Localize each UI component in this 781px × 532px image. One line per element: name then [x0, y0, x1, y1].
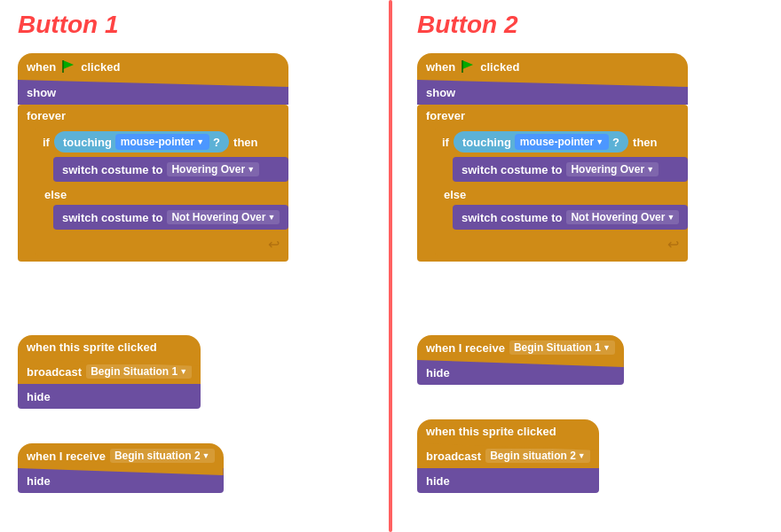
mouse-pointer-dropdown-1[interactable]: mouse-pointer ▼ — [115, 134, 209, 150]
hide-label-3: hide — [426, 366, 450, 379]
if-label-1: if — [43, 136, 50, 149]
begin-situation-1-dropdown-2[interactable]: Begin Situation 1 ▼ — [509, 340, 615, 355]
switch-costume-not-hovering-1: switch costume to Not Hovering Over ▼ — [53, 205, 288, 230]
touching-label-1: touching — [63, 136, 112, 149]
broadcast-label-2: broadcast — [426, 450, 481, 463]
loop-arrow-2: ↩ — [667, 236, 679, 253]
then-label-2: then — [633, 136, 657, 149]
touching-label-2: touching — [462, 136, 511, 149]
clicked-label-2: clicked — [480, 60, 519, 74]
when-sprite-clicked-hat-1: when this sprite clicked — [18, 335, 201, 359]
when-flag-clicked-hat-2: when clicked — [417, 53, 688, 80]
switch-costume-hovering-1: switch costume to Hovering Over ▼ — [53, 157, 288, 182]
button1-title: Button 1 — [18, 11, 119, 38]
else-label-1: else — [36, 184, 288, 205]
switch-costume-hovering-2: switch costume to Hovering Over ▼ — [453, 157, 688, 182]
switch-label-2: switch costume to — [462, 163, 562, 176]
begin-situation-1-dropdown[interactable]: Begin Situation 1 ▼ — [86, 364, 192, 379]
hide-label-4: hide — [426, 474, 450, 488]
forever-label-1: forever — [27, 109, 66, 122]
when-sprite-label-2: when this sprite clicked — [426, 425, 556, 438]
when-receive-hat-2: when I receive Begin Situation 1 ▼ — [417, 335, 624, 360]
switch-label-not-1: switch costume to — [62, 211, 162, 224]
if-block-1: if touching mouse-pointer ▼ ? then — [36, 127, 288, 256]
svg-marker-0 — [63, 60, 74, 69]
clicked-label-1: clicked — [81, 60, 120, 74]
switch-costume-not-hovering-2: switch costume to Not Hovering Over ▼ — [453, 205, 688, 230]
forever-block-1: forever if touching mouse-pointer ▼ ? — [18, 105, 288, 262]
hide-block-4: hide — [417, 468, 599, 493]
flag-icon-2 — [460, 59, 476, 74]
if-block-2: if touching mouse-pointer ▼ ? then — [435, 127, 688, 256]
mouse-pointer-label-2: mouse-pointer — [520, 136, 594, 148]
touching-condition-2: touching mouse-pointer ▼ ? — [454, 131, 628, 153]
begin-situation-2-dropdown-1[interactable]: Begin situation 2 ▼ — [110, 449, 215, 463]
not-hovering-dropdown-2[interactable]: Not Hovering Over ▼ — [566, 210, 679, 224]
hide-label-2: hide — [27, 474, 51, 488]
mouse-pointer-label-1: mouse-pointer — [121, 136, 194, 148]
question-label-2: ? — [612, 136, 619, 149]
forever-label-2: forever — [426, 109, 465, 122]
show-label-1: show — [27, 86, 56, 99]
if-label-2: if — [442, 136, 449, 149]
forever-block-2: forever if touching mouse-pointer ▼ ? — [417, 105, 688, 262]
switch-label-1: switch costume to — [62, 163, 162, 176]
else-label-2: else — [435, 184, 688, 205]
hovering-over-dropdown-2[interactable]: Hovering Over ▼ — [566, 162, 659, 176]
then-label-1: then — [233, 136, 257, 149]
when-sprite-clicked-hat-2: when this sprite clicked — [417, 419, 599, 443]
column-divider — [389, 0, 392, 532]
when-sprite-label-1: when this sprite clicked — [27, 340, 157, 354]
button2-title: Button 2 — [417, 11, 518, 38]
hovering-over-dropdown-1[interactable]: Hovering Over ▼ — [167, 162, 259, 176]
when-receive-label-2: when I receive — [426, 341, 505, 355]
loop-arrow-1: ↩ — [268, 236, 280, 253]
mouse-pointer-dropdown-2[interactable]: mouse-pointer ▼ — [515, 134, 609, 150]
not-hovering-dropdown-1[interactable]: Not Hovering Over ▼ — [167, 210, 280, 224]
flag-icon-1 — [60, 59, 76, 74]
when-label-1: when — [27, 60, 56, 74]
when-receive-hat-1: when I receive Begin situation 2 ▼ — [18, 443, 224, 468]
hide-label-1: hide — [27, 390, 51, 403]
touching-condition-1: touching mouse-pointer ▼ ? — [54, 131, 229, 153]
switch-label-not-2: switch costume to — [462, 211, 562, 224]
show-label-2: show — [426, 86, 455, 99]
question-label-1: ? — [213, 136, 220, 149]
when-flag-clicked-hat-1: when clicked — [18, 53, 288, 80]
when-receive-label-1: when I receive — [27, 450, 106, 463]
when-label-2: when — [426, 60, 455, 74]
begin-situation-2-dropdown-2[interactable]: Begin situation 2 ▼ — [485, 449, 590, 463]
hide-block-1: hide — [18, 384, 201, 409]
broadcast-label-1: broadcast — [27, 365, 82, 379]
svg-marker-2 — [462, 60, 473, 69]
